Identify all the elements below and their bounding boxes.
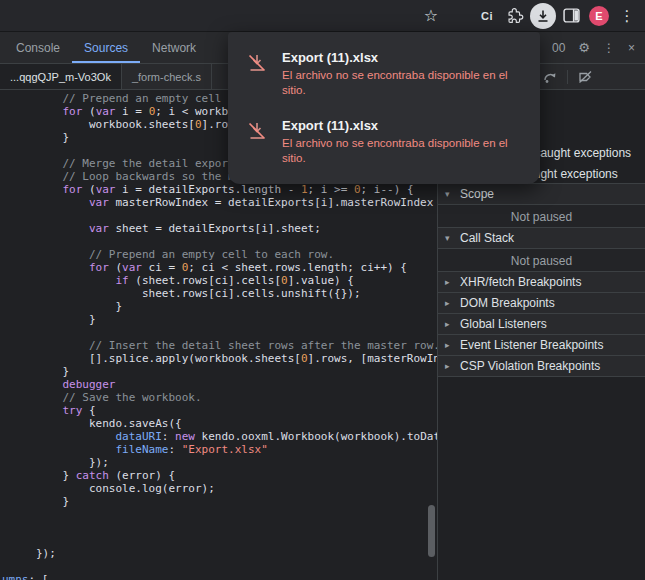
devtools-tabbar-actions: 00 ⚙ ⋮ × bbox=[552, 32, 645, 63]
sidebar-section-dom-breakpoints[interactable]: ▸DOM Breakpoints bbox=[438, 292, 645, 314]
section-label: Global Listeners bbox=[460, 317, 547, 331]
code-line bbox=[36, 508, 437, 521]
file-tab-qqgqjp[interactable]: ...qqgQJP_m-Vo3Ok bbox=[0, 64, 122, 89]
tabbar-right-text: 00 bbox=[552, 41, 565, 55]
code-line: try { bbox=[36, 404, 437, 417]
code-line: debugger bbox=[36, 378, 437, 391]
section-label: CSP Violation Breakpoints bbox=[460, 359, 600, 373]
code-line bbox=[36, 209, 437, 222]
code-line: } catch (error) { bbox=[36, 469, 437, 482]
code-line: // Insert the detail sheet rows after th… bbox=[36, 339, 437, 352]
sidebar-section-csp-violation-breakpoints[interactable]: ▸CSP Violation Breakpoints bbox=[438, 355, 645, 377]
section-arrow-icon: ▸ bbox=[445, 277, 454, 287]
avatar-letter: E bbox=[589, 6, 609, 26]
bookmark-star-icon[interactable]: ☆ bbox=[417, 2, 445, 30]
code-line bbox=[36, 326, 437, 339]
section-arrow-icon: ▸ bbox=[445, 298, 454, 308]
code-line bbox=[36, 521, 437, 534]
download-error-message: El archivo no se encontraba disponible e… bbox=[282, 136, 534, 166]
download-filename: Export (11).xlsx bbox=[282, 50, 534, 66]
section-arrow-icon: ▸ bbox=[445, 319, 454, 329]
code-line: umns: [ bbox=[2, 573, 437, 580]
sidebar-sections: ▾ScopeNot paused▾Call StackNot paused▸XH… bbox=[438, 184, 645, 377]
browser-toolbar: ☆ Ci E ⋮ bbox=[0, 0, 645, 32]
download-active-circle bbox=[530, 3, 556, 29]
download-filename: Export (11).xlsx bbox=[282, 118, 534, 134]
download-off-icon bbox=[246, 52, 268, 78]
section-status-text: Not paused bbox=[438, 205, 645, 228]
puzzle-icon bbox=[507, 7, 524, 24]
sidebar-section-scope[interactable]: ▾Scope bbox=[438, 183, 645, 205]
section-label: DOM Breakpoints bbox=[460, 296, 555, 310]
section-label: XHR/fetch Breakpoints bbox=[460, 275, 581, 289]
editor-vertical-scrollbar[interactable] bbox=[428, 505, 435, 557]
tab-network[interactable]: Network bbox=[140, 32, 208, 63]
devtools-tabs: Console Sources Network bbox=[0, 32, 208, 63]
side-panel-button[interactable] bbox=[557, 2, 585, 30]
sidebar-section-event-listener-breakpoints[interactable]: ▸Event Listener Breakpoints bbox=[438, 334, 645, 356]
section-label: Call Stack bbox=[460, 231, 514, 245]
deactivate-breakpoints-icon[interactable] bbox=[575, 67, 595, 87]
download-item[interactable]: Export (11).xlsx El archivo no se encont… bbox=[228, 40, 540, 108]
section-arrow-icon: ▸ bbox=[445, 361, 454, 371]
extension-ci-icon[interactable]: Ci bbox=[473, 2, 501, 30]
code-line bbox=[36, 235, 437, 248]
code-line: }); bbox=[36, 547, 437, 560]
code-line: [].splice.apply(workbook.sheets[0].rows,… bbox=[36, 352, 437, 365]
code-line: var masterRowIndex = detailExports[i].ma… bbox=[36, 196, 437, 209]
code-line: sheet.rows[ci].cells.unshift({}); bbox=[36, 287, 437, 300]
download-error-message: El archivo no se encontraba disponible e… bbox=[282, 68, 534, 98]
download-off-icon bbox=[246, 120, 268, 146]
section-label: Event Listener Breakpoints bbox=[460, 338, 603, 352]
screen: ☆ Ci E ⋮ bbox=[0, 0, 645, 580]
code-line: console.log(error); bbox=[36, 482, 437, 495]
tab-sources[interactable]: Sources bbox=[72, 32, 140, 63]
downloads-button[interactable] bbox=[529, 2, 557, 30]
code-line: }); bbox=[36, 456, 437, 469]
code-line: // Save the workbook. bbox=[36, 391, 437, 404]
sidebar-section-global-listeners[interactable]: ▸Global Listeners bbox=[438, 313, 645, 335]
code-line: if (sheet.rows[ci].cells[0].value) { bbox=[36, 274, 437, 287]
code-line: var sheet = detailExports[i].sheet; bbox=[36, 222, 437, 235]
tab-console[interactable]: Console bbox=[4, 32, 72, 63]
devtools-close-icon[interactable]: × bbox=[628, 41, 635, 55]
code-line: for (var ci = 0; ci < sheet.rows.length;… bbox=[36, 261, 437, 274]
code-line: } bbox=[36, 313, 437, 326]
downloads-popup: Export (11).xlsx El archivo no se encont… bbox=[228, 32, 540, 184]
code-line: kendo.saveAs({ bbox=[36, 417, 437, 430]
settings-gear-icon[interactable]: ⚙ bbox=[578, 40, 590, 55]
code-line bbox=[36, 560, 437, 573]
devtools-more-icon[interactable]: ⋮ bbox=[603, 41, 615, 55]
toolbar-separator bbox=[567, 70, 568, 84]
download-item[interactable]: Export (11).xlsx El archivo no se encont… bbox=[228, 108, 540, 176]
code-line: } bbox=[36, 495, 437, 508]
profile-avatar[interactable]: E bbox=[585, 2, 613, 30]
file-tab-form-check[interactable]: _form-check.s bbox=[122, 64, 212, 89]
code-line: } bbox=[36, 300, 437, 313]
section-arrow-icon: ▸ bbox=[445, 340, 454, 350]
step-icon[interactable] bbox=[540, 67, 560, 87]
code-line: dataURI: new kendo.ooxml.Workbook(workbo… bbox=[36, 430, 437, 443]
section-label: Scope bbox=[460, 187, 494, 201]
section-arrow-icon: ▾ bbox=[445, 189, 454, 199]
code-line: for (var i = detailExports.length - 1; i… bbox=[36, 183, 437, 196]
code-line: fileName: "Export.xlsx" bbox=[36, 443, 437, 456]
code-line: // Prepend an empty cell to each row. bbox=[36, 248, 437, 261]
code-line: } bbox=[36, 365, 437, 378]
browser-menu-icon[interactable]: ⋮ bbox=[613, 2, 641, 30]
extensions-puzzle-icon[interactable] bbox=[501, 2, 529, 30]
code-line bbox=[36, 534, 437, 547]
section-arrow-icon: ▾ bbox=[445, 233, 454, 243]
sidebar-section-xhr-fetch-breakpoints[interactable]: ▸XHR/fetch Breakpoints bbox=[438, 271, 645, 293]
side-panel-icon bbox=[563, 8, 580, 23]
section-status-text: Not paused bbox=[438, 249, 645, 272]
download-icon bbox=[536, 9, 550, 23]
sidebar-section-call-stack[interactable]: ▾Call Stack bbox=[438, 227, 645, 249]
